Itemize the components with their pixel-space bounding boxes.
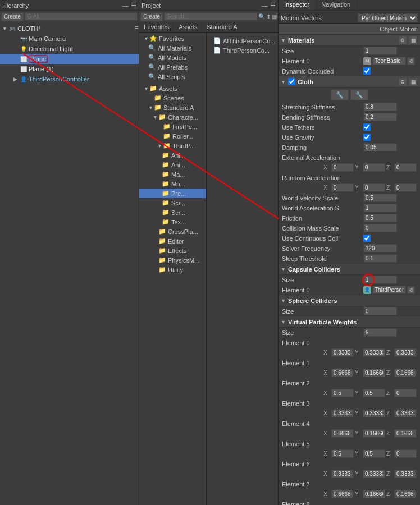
capsule-element0-input[interactable] bbox=[372, 286, 406, 294]
project-assets-ani2[interactable]: 📁 Ani... bbox=[139, 160, 206, 169]
sphere-colliders-header[interactable]: ▼ Sphere Colliders bbox=[279, 295, 420, 306]
hierarchy-item-thirdperson[interactable]: ▶ 👤 ThirdPersonController bbox=[0, 74, 139, 84]
project-file-ai[interactable]: 📄 AIThirdPersonCo... bbox=[209, 36, 276, 45]
project-fav-allscripts[interactable]: 🔍 All Scripts bbox=[139, 72, 206, 81]
project-assets-thirdp[interactable]: ▼ 📁 ThirdP... bbox=[139, 141, 206, 150]
cloth-section-header[interactable]: ▼ Cloth ⚙ ▦ bbox=[279, 76, 420, 88]
ve7-y[interactable] bbox=[363, 490, 385, 498]
ve5-y[interactable] bbox=[363, 449, 385, 458]
project-file-third[interactable]: 📄 ThirdPersonCo... bbox=[209, 45, 276, 55]
project-assets-roller[interactable]: 📁 Roller... bbox=[139, 131, 206, 141]
capsule-element0-pick-btn[interactable]: ◎ bbox=[407, 286, 415, 294]
materials-size-input[interactable] bbox=[363, 47, 397, 55]
hierarchy-item-plane[interactable]: ⬜ Plane bbox=[0, 54, 139, 64]
random-accel-y[interactable] bbox=[363, 183, 385, 192]
project-search-input[interactable] bbox=[164, 12, 257, 21]
ve4-x[interactable] bbox=[331, 429, 354, 438]
project-assets-tex[interactable]: 📁 Tex... bbox=[139, 217, 206, 227]
materials-more-btn[interactable]: ▦ bbox=[409, 36, 418, 45]
project-btn1[interactable]: ⬆ bbox=[266, 13, 271, 20]
cloth-edit-btn1[interactable]: 🔧 bbox=[331, 89, 349, 100]
materials-element0-input[interactable] bbox=[372, 57, 406, 65]
capsule-size-input[interactable] bbox=[363, 276, 397, 284]
project-favorites-header[interactable]: ▼ ⭐ Favorites bbox=[139, 34, 206, 43]
project-menu-icon[interactable]: ☰ bbox=[270, 2, 276, 9]
ve1-x[interactable] bbox=[331, 369, 354, 377]
ve3-x[interactable] bbox=[331, 409, 354, 417]
random-accel-z[interactable] bbox=[394, 183, 417, 192]
ve2-y[interactable] bbox=[363, 389, 385, 397]
ve4-y[interactable] bbox=[363, 429, 385, 438]
ve0-x[interactable] bbox=[331, 348, 354, 357]
motion-vectors-dropdown[interactable]: Per Object Motion bbox=[358, 13, 418, 22]
ve7-z[interactable] bbox=[394, 490, 417, 498]
ve5-x[interactable] bbox=[331, 449, 354, 458]
hierarchy-item-maincamera[interactable]: 📷 Main Camera bbox=[0, 34, 139, 44]
hierarchy-item-plane1[interactable]: ⬜ Plane (1) bbox=[0, 64, 139, 74]
friction-input[interactable] bbox=[363, 214, 397, 222]
project-assets-scr2[interactable]: 📁 Scr... bbox=[139, 208, 206, 217]
ve3-y[interactable] bbox=[363, 409, 385, 417]
project-minus-icon[interactable]: — bbox=[262, 2, 268, 9]
project-create-button[interactable]: Create bbox=[140, 12, 163, 21]
cloth-settings-btn[interactable]: ⚙ bbox=[398, 77, 407, 86]
bending-stiffness-input[interactable] bbox=[363, 113, 397, 121]
hierarchy-item-cloth[interactable]: ▼ 🎮 CLOTH* ☰ bbox=[0, 24, 139, 34]
world-velocity-input[interactable] bbox=[363, 194, 397, 202]
ve2-x[interactable] bbox=[331, 389, 354, 397]
tab-standard[interactable]: Standard A bbox=[202, 22, 241, 32]
ve5-z[interactable] bbox=[394, 449, 417, 458]
external-accel-y[interactable] bbox=[363, 163, 385, 172]
project-assets-utility[interactable]: 📁 Utility bbox=[139, 265, 206, 274]
random-accel-x[interactable] bbox=[331, 183, 354, 192]
stretching-stiffness-input[interactable] bbox=[363, 103, 397, 111]
project-assets-firstpe[interactable]: 📁 FirstPe... bbox=[139, 122, 206, 131]
cloth-edit-btn2[interactable]: 🔧 bbox=[350, 89, 368, 100]
ve0-z[interactable] bbox=[394, 348, 417, 357]
ve1-y[interactable] bbox=[363, 369, 385, 377]
project-assets-characters[interactable]: ▼ 📁 Characte... bbox=[139, 112, 206, 122]
hierarchy-search-input[interactable] bbox=[25, 12, 138, 21]
project-fav-allmaterials[interactable]: 🔍 All Materials bbox=[139, 43, 206, 53]
project-assets-ani1[interactable]: 📁 Ani... bbox=[139, 150, 206, 160]
project-assets-effects[interactable]: 📁 Effects bbox=[139, 246, 206, 255]
dynamic-occluded-checkbox[interactable] bbox=[363, 67, 371, 75]
sleep-threshold-input[interactable] bbox=[363, 254, 397, 263]
project-assets-editor[interactable]: 📁 Editor bbox=[139, 236, 206, 246]
ve7-x[interactable] bbox=[331, 490, 354, 498]
ve4-z[interactable] bbox=[394, 429, 417, 438]
cloth-more-btn[interactable]: ▦ bbox=[409, 77, 418, 86]
element0-pick-btn[interactable]: ◎ bbox=[407, 57, 415, 65]
solver-freq-input[interactable] bbox=[363, 244, 397, 252]
hierarchy-menu-btn[interactable]: ☰ bbox=[134, 26, 139, 31]
hierarchy-menu-icon[interactable]: ☰ bbox=[131, 2, 136, 9]
capsule-colliders-header[interactable]: ▼ Capsule Colliders bbox=[279, 264, 420, 275]
ve1-z[interactable] bbox=[394, 369, 417, 377]
virtual-particle-header[interactable]: ▼ Virtual Particle Weights bbox=[279, 316, 420, 328]
external-accel-x[interactable] bbox=[331, 163, 354, 172]
materials-settings-btn[interactable]: ⚙ bbox=[398, 36, 407, 45]
hierarchy-create-button[interactable]: Create bbox=[1, 12, 24, 21]
tab-assets[interactable]: Assets bbox=[174, 22, 202, 32]
damping-input[interactable] bbox=[363, 143, 397, 152]
external-accel-z[interactable] bbox=[394, 163, 417, 172]
project-assets-root[interactable]: ▼ 📁 Assets bbox=[139, 84, 206, 93]
ve6-x[interactable] bbox=[331, 470, 354, 478]
tab-favorites[interactable]: Favorites bbox=[139, 22, 174, 32]
project-fav-allmodels[interactable]: 🔍 All Models bbox=[139, 53, 206, 62]
hierarchy-minus-icon[interactable]: — bbox=[122, 2, 129, 9]
use-gravity-checkbox[interactable] bbox=[363, 134, 371, 141]
cloth-enabled-checkbox[interactable] bbox=[288, 78, 295, 85]
tab-inspector[interactable]: Inspector bbox=[279, 0, 316, 11]
hierarchy-item-dirlight[interactable]: 💡 Directional Light bbox=[0, 44, 139, 54]
use-tethers-checkbox[interactable] bbox=[363, 123, 371, 131]
project-assets-standard[interactable]: ▼ 📁 Standard A bbox=[139, 103, 206, 112]
project-assets-mo[interactable]: 📁 Mo... bbox=[139, 179, 206, 189]
ve2-z[interactable] bbox=[394, 389, 417, 397]
sphere-size-input[interactable] bbox=[363, 307, 397, 315]
ve0-y[interactable] bbox=[363, 348, 385, 357]
project-assets-scenes[interactable]: 📁 Scenes bbox=[139, 93, 206, 103]
project-assets-physicsm[interactable]: 📁 PhysicsM... bbox=[139, 255, 206, 265]
project-btn2[interactable]: ▦ bbox=[272, 13, 277, 20]
world-accel-input[interactable] bbox=[363, 204, 397, 212]
